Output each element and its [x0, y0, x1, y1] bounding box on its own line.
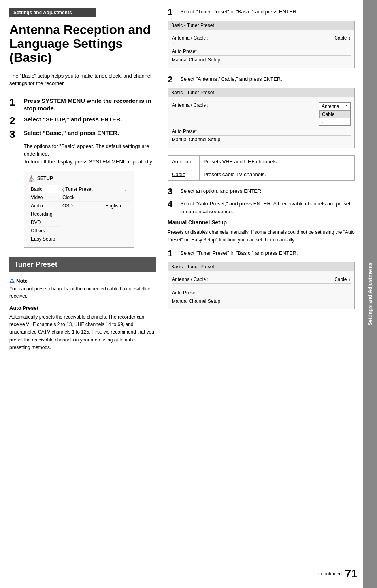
note-section: ⚠ Note You cannot preset channels for th…: [9, 277, 156, 300]
screen1-row1-value: Cable ↕: [334, 35, 351, 41]
rc-step-2-number: 2: [168, 75, 180, 84]
screen1-row-2: Auto Preset: [172, 47, 351, 56]
page-number: 71: [345, 567, 357, 580]
screen3-row3-label: Manual Channel Setup: [172, 298, 351, 304]
rc-step-4: 4 Select "Auto Preset," and press ENTER.…: [168, 200, 355, 215]
screen3-title: Basic - Tuner Preset: [168, 262, 354, 271]
manual-step-1-text: Select "Tuner Preset" in "Basic," and pr…: [180, 249, 355, 257]
info-table-row-antenna: Antenna Presets VHF and UHF channels.: [168, 156, 355, 168]
manual-step-1: 1 Select "Tuner Preset" in "Basic," and …: [168, 249, 355, 258]
auto-preset-text: Automatically presets the receivable cha…: [9, 313, 156, 351]
tuner-preset-header: Tuner Preset: [9, 257, 156, 272]
screen1-title: Basic - Tuner Preset: [168, 21, 354, 30]
setup-icon: ⛪: [28, 175, 35, 182]
screen3-row-3: Manual Channel Setup: [172, 297, 351, 305]
screen2-row-1: Antenna / Cable : Antenna ⌃ Cable ⌄: [172, 101, 351, 127]
manual-step-1-number: 1: [168, 249, 180, 258]
setup-menu-title: ⛪ SETUP: [28, 175, 130, 182]
screen-mockup-2: Basic - Tuner Preset Antenna / Cable : A…: [168, 88, 355, 148]
screen1-row-1: Antenna / Cable : Cable ↕: [172, 34, 351, 42]
rc-step-3-number: 3: [168, 187, 180, 196]
right-column: 1 Select "Tuner Preset" in "Basic," and …: [164, 8, 355, 580]
info-table-row-cable: Cable Presets cable TV channels.: [168, 168, 355, 181]
page-container: Settings and Adjustments Settings and Ad…: [0, 0, 377, 588]
step-3-sub: The options for "Basic" appear. The defa…: [24, 142, 156, 166]
page-title: Antenna Reception and Language Settings …: [9, 23, 156, 65]
menu-right-osd: OSD : English ↕: [60, 202, 130, 210]
screen3-row1-label: Antenna / Cable :: [172, 277, 334, 282]
main-content: Settings and Adjustments Antenna Recepti…: [0, 0, 363, 588]
screen1-row1-label: Antenna / Cable :: [172, 35, 334, 41]
continued-text: → continued: [315, 571, 342, 577]
info-table-cable-label: Cable: [168, 168, 200, 181]
chevron-up-icon: ⌃: [172, 43, 175, 47]
chevron-up-small-icon: ⌃: [345, 104, 348, 109]
step-2: 2 Select "SETUP," and press ENTER.: [9, 116, 156, 126]
setup-menu-right-col: 〈 Tuner Preset ⌄ Clock OSD : English ↕: [60, 185, 130, 243]
screen3-body: Antenna / Cable : Cable ↕ ⌃ Auto Preset …: [168, 271, 354, 309]
note-text: You cannot preset channels for the conne…: [9, 285, 156, 300]
note-title: ⚠ Note: [9, 277, 156, 284]
menu-item-video: Video: [28, 193, 60, 202]
bottom-bar: → continued 71: [315, 567, 357, 580]
step-2-text: Select "SETUP," and press ENTER.: [24, 116, 156, 123]
dropdown-arrow-icon: ↕: [349, 36, 351, 40]
settings-header: Settings and Adjustments: [9, 8, 96, 17]
screen3-row-2: Auto Preset: [172, 289, 351, 297]
screen2-row-2: Auto Preset: [172, 127, 351, 136]
screen3-row-1: Antenna / Cable : Cable ↕: [172, 275, 351, 284]
manual-section-title: Manual Channel Setup: [168, 219, 355, 226]
screen2-row3-label: Manual Channel Setup: [172, 137, 351, 142]
dropdown-popup: Antenna ⌃ Cable ⌄: [319, 102, 351, 126]
screen3-row1-value: Cable ↕: [334, 277, 351, 282]
screen2-row2-label: Auto Preset: [172, 129, 351, 134]
chevron-right-icon: ⌄: [124, 187, 127, 192]
menu-item-recording: Recording: [28, 210, 60, 218]
intro-text: The "Basic" setup helps you to make tune…: [9, 72, 156, 87]
step-1-text: Press SYSTEM MENU while the recorder is …: [24, 97, 156, 112]
screen1-row-3: Manual Channel Setup: [172, 56, 351, 64]
rc-step-2-text: Select "Antenna / Cable," and press ENTE…: [180, 75, 355, 83]
note-icon: ⚠: [9, 277, 15, 284]
rc-step-3-text: Select an option, and press ENTER.: [180, 187, 355, 195]
menu-item-basic: Basic: [28, 185, 60, 193]
menu-item-audio: Audio: [28, 202, 60, 210]
rc-step-1: 1 Select "Tuner Preset" in "Basic," and …: [168, 8, 355, 17]
rc-step-4-number: 4: [168, 200, 180, 209]
step-3-text: Select "Basic," and press ENTER.: [24, 129, 156, 137]
step-1: 1 Press SYSTEM MENU while the recorder i…: [9, 97, 156, 112]
rc-step-1-number: 1: [168, 8, 180, 17]
screen3-chevron-icon: ⌃: [172, 284, 175, 288]
rc-step-1-text: Select "Tuner Preset" in "Basic," and pr…: [180, 8, 355, 16]
screen2-row-3: Manual Channel Setup: [172, 136, 351, 144]
info-table-antenna-label: Antenna: [168, 156, 200, 168]
chevron-down-small-icon: ⌄: [322, 120, 325, 124]
left-column: Settings and Adjustments Antenna Recepti…: [9, 8, 164, 580]
rc-step-3: 3 Select an option, and press ENTER.: [168, 187, 355, 196]
step-1-number: 1: [9, 97, 24, 107]
setup-menu: ⛪ SETUP Basic Video Audio Recording DVD …: [24, 171, 134, 248]
rc-step-4-text: Select "Auto Preset," and press ENTER. A…: [180, 200, 355, 215]
screen2-body: Antenna / Cable : Antenna ⌃ Cable ⌄: [168, 97, 354, 148]
screen3-dropdown-arrow-icon: ↕: [349, 277, 351, 282]
manual-section-text: Presets or disables channels manually. I…: [168, 229, 355, 244]
arrow-right-icon: →: [315, 571, 320, 577]
info-table-cable-value: Presets cable TV channels.: [200, 168, 355, 181]
dropdown-item-cable: Cable: [319, 110, 350, 118]
info-table: Antenna Presets VHF and UHF channels. Ca…: [168, 155, 355, 181]
dropdown-item-antenna: Antenna ⌃: [319, 103, 350, 110]
menu-right-tuner-preset: 〈 Tuner Preset ⌄: [60, 185, 130, 193]
step-3-number: 3: [9, 129, 24, 139]
right-sidebar: Settings and Adjustments: [363, 0, 377, 588]
setup-menu-grid: Basic Video Audio Recording DVD Others E…: [28, 185, 130, 243]
auto-preset-title: Auto Preset: [9, 305, 156, 311]
screen1-row3-label: Manual Channel Setup: [172, 57, 351, 63]
dropdown-bottom-arrow: ⌄: [319, 118, 350, 125]
screen2-row1-label: Antenna / Cable :: [172, 102, 319, 108]
screen1-row2-label: Auto Preset: [172, 49, 351, 54]
menu-item-easy-setup: Easy Setup: [28, 235, 60, 243]
rc-step-2: 2 Select "Antenna / Cable," and press EN…: [168, 75, 355, 84]
screen-mockup-3: Basic - Tuner Preset Antenna / Cable : C…: [168, 262, 355, 309]
step-2-number: 2: [9, 116, 24, 126]
menu-item-dvd: DVD: [28, 218, 60, 227]
